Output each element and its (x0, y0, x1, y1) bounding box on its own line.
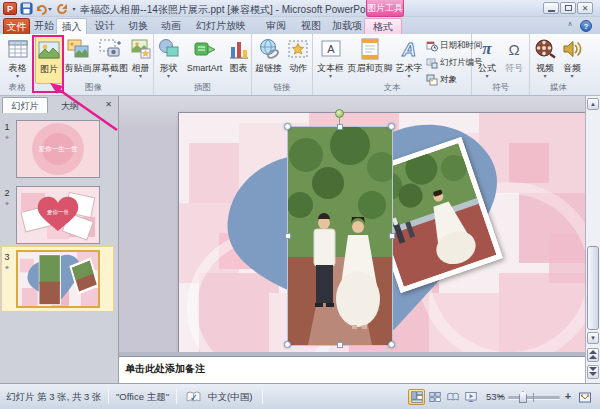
resize-handle-right[interactable] (389, 233, 395, 239)
window-title: 幸福恋人相册--14张照片展示.ppt [兼容模式] - Microsoft P… (80, 3, 391, 17)
slide-sorter-view-button[interactable] (426, 389, 443, 405)
panel-tab-outline[interactable]: 大纲 (50, 97, 90, 113)
screenshot-button-label: 屏幕截图 (92, 63, 128, 73)
scroll-down-button[interactable]: ▼ (587, 332, 599, 344)
tab-animations[interactable]: 动画 (157, 18, 185, 34)
tab-format[interactable]: 格式 (364, 18, 402, 34)
textbox-button[interactable]: A 文本框 ▾ (315, 36, 346, 84)
collapse-ribbon-button[interactable]: ∧ (564, 20, 576, 31)
language-indicator[interactable]: 中文(中国) (208, 390, 252, 404)
clipart-button[interactable]: 剪贴画 (64, 36, 92, 84)
photo-couple-selected[interactable] (288, 127, 392, 345)
ribbon-group-tables: 表格 ▾ 表格 (1, 34, 34, 95)
shapes-button[interactable]: 形状 ▾ (155, 36, 182, 84)
ribbon-tab-row: 文件 开始 插入 设计 切换 动画 幻灯片放映 审阅 视图 加载项 格式 ∧ ? (0, 17, 600, 34)
slide-3-animation-star-icon: ✦ (2, 264, 12, 272)
wordart-button-label: 艺术字 (396, 63, 423, 73)
status-bar: 幻灯片 第 3 张, 共 3 张 "Office 主题" ✓ 中文(中国) 53… (0, 383, 600, 409)
hyperlink-button[interactable]: 超链接 (253, 36, 284, 84)
scrollbar-thumb[interactable] (587, 246, 599, 330)
spell-check-button[interactable]: ✓ (186, 390, 201, 406)
previous-slide-button[interactable] (587, 348, 599, 362)
tab-view[interactable]: 视图 (297, 18, 325, 34)
header-footer-button[interactable]: 页眉和页脚 (347, 36, 393, 84)
video-button[interactable]: 视频 ▾ (532, 36, 558, 84)
resize-handle-top-left[interactable] (284, 123, 291, 130)
tab-file[interactable]: 文件 (3, 18, 30, 34)
screenshot-button[interactable]: 屏幕截图 ▾ (93, 36, 127, 84)
symbol-button[interactable]: Ω 符号 (501, 36, 527, 84)
next-slide-button[interactable] (587, 365, 599, 379)
redo-button[interactable] (55, 2, 69, 15)
equation-button[interactable]: π 公式 ▾ (474, 36, 500, 84)
wordart-icon: A (396, 36, 422, 62)
slide-2-thumbnail[interactable]: 爱你一世 (16, 186, 100, 244)
rotation-handle[interactable] (335, 109, 344, 118)
slide-counter: 幻灯片 第 3 张, 共 3 张 (6, 390, 102, 404)
audio-button[interactable]: 音频 ▾ (559, 36, 585, 84)
slide-2-art: 爱你一世 (17, 187, 99, 243)
tab-insert[interactable]: 插入 (56, 18, 87, 34)
qat-customize-button[interactable]: ▾ (69, 2, 79, 15)
date-time-icon (425, 39, 438, 52)
zoom-in-button[interactable]: + (562, 390, 574, 403)
svg-text:✓: ✓ (190, 392, 198, 403)
group-label-links: 链接 (252, 82, 312, 94)
minimize-button[interactable] (543, 2, 559, 14)
resize-handle-top[interactable] (337, 124, 343, 130)
table-button[interactable]: 表格 ▾ (2, 36, 33, 84)
svg-text:A: A (327, 43, 335, 55)
table-icon (5, 36, 31, 62)
photo-album-button[interactable]: 相册 ▾ (128, 36, 153, 84)
undo-button[interactable] (35, 2, 53, 15)
chart-button[interactable]: 图表 (226, 36, 251, 84)
ribbon-group-links: 超链接 动作 链接 (252, 34, 313, 95)
resize-handle-top-right[interactable] (388, 123, 395, 130)
save-button[interactable] (19, 2, 33, 15)
chart-icon (226, 36, 252, 62)
slide-canvas[interactable] (178, 112, 585, 352)
close-icon: ✕ (582, 4, 589, 13)
panel-close-icon[interactable]: ✕ (102, 99, 115, 111)
help-button[interactable]: ? (580, 20, 592, 32)
clipart-icon (65, 36, 91, 62)
panel-tab-slides[interactable]: 幻灯片 (2, 97, 48, 113)
zoom-slider-track[interactable] (508, 396, 560, 399)
reading-view-button[interactable] (444, 389, 461, 405)
fit-to-window-button[interactable] (578, 391, 592, 406)
wordart-button[interactable]: A 艺术字 ▾ (394, 36, 424, 84)
picture-button[interactable]: 图片 (35, 36, 63, 84)
tab-design[interactable]: 设计 (91, 18, 119, 34)
zoom-slider-thumb[interactable] (519, 391, 527, 403)
group-label-images: 图像 (34, 82, 153, 94)
slide-3-art (18, 252, 98, 306)
resize-handle-bottom-right[interactable] (388, 341, 395, 348)
video-button-label: 视频 (536, 63, 554, 73)
slide-3-thumbnail[interactable] (16, 250, 100, 308)
tab-review[interactable]: 审阅 (262, 18, 290, 34)
tab-addins[interactable]: 加载项 (330, 18, 364, 34)
action-icon (285, 36, 311, 62)
tab-home[interactable]: 开始 (31, 18, 57, 34)
powerpoint-logo-icon[interactable]: P (3, 2, 17, 15)
close-button[interactable]: ✕ (577, 2, 593, 14)
resize-handle-left[interactable] (285, 233, 291, 239)
notes-area[interactable]: 单击此处添加备注 (119, 356, 585, 383)
tab-transitions[interactable]: 切换 (124, 18, 152, 34)
restore-button[interactable] (560, 2, 576, 14)
action-button[interactable]: 动作 (285, 36, 311, 84)
scroll-up-button[interactable]: ▲ (587, 98, 599, 110)
wordart-dropdown-arrow: ▾ (407, 73, 410, 79)
slide-show-button[interactable] (462, 389, 479, 405)
resize-handle-bottom[interactable] (337, 342, 343, 348)
svg-text:爱你一生一世: 爱你一生一世 (39, 145, 79, 153)
slide-1-thumbnail[interactable]: 爱你一生一世 (16, 120, 100, 178)
smartart-button[interactable]: SmartArt (183, 36, 226, 84)
equation-button-label: 公式 (478, 63, 496, 73)
resize-handle-bottom-left[interactable] (284, 341, 291, 348)
action-button-label: 动作 (289, 63, 307, 73)
normal-view-button[interactable] (408, 389, 425, 405)
tab-slideshow[interactable]: 幻灯片放映 (189, 18, 253, 34)
save-icon (20, 2, 33, 15)
zoom-out-button[interactable]: − (495, 390, 507, 403)
